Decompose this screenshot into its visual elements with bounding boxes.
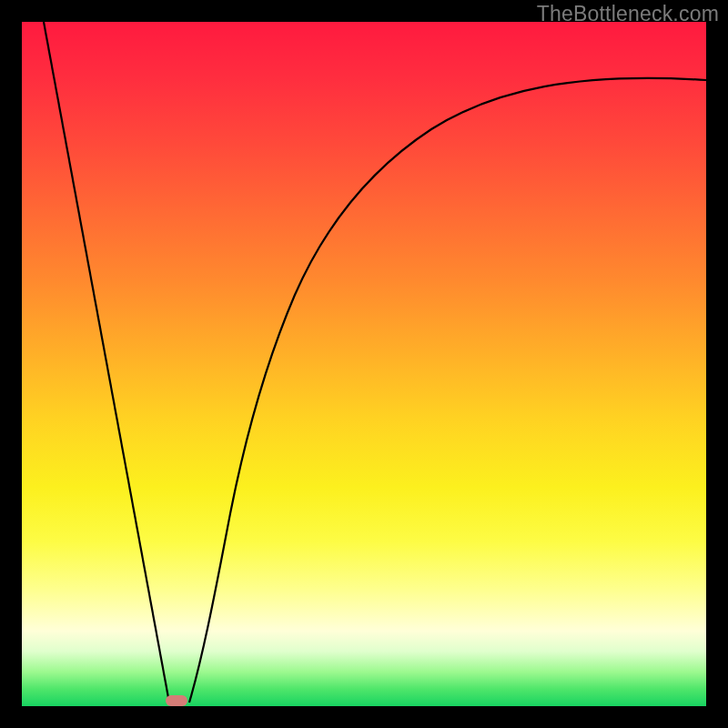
- curve-left-line: [44, 22, 169, 703]
- optimal-marker: [166, 695, 187, 706]
- chart-frame: TheBottleneck.com: [0, 0, 728, 728]
- curve-right-arc: [189, 78, 706, 703]
- plot-area: [22, 22, 706, 706]
- bottleneck-curve: [22, 22, 706, 706]
- watermark-text: TheBottleneck.com: [537, 2, 719, 26]
